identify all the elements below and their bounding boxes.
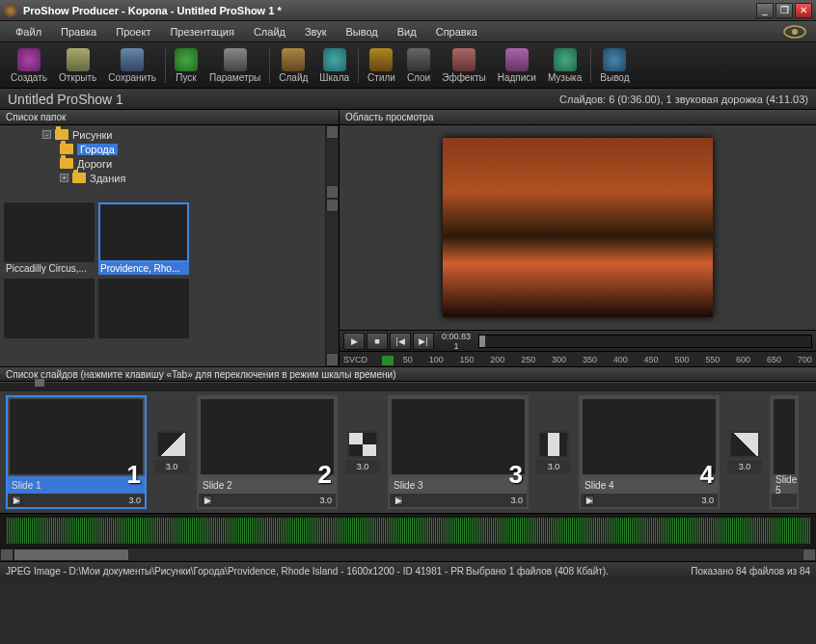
project-summary: Слайдов: 6 (0:36.00), 1 звуковая дорожка… [559,94,808,105]
slide-item[interactable]: 1 Slide 1 ▶3.0 [6,395,147,509]
status-count: Показано 84 файлов из 84 [691,566,810,577]
transition-item[interactable]: 3.0 [532,395,575,509]
slide-item[interactable]: 3 Slide 3 ▶3.0 [388,395,529,509]
menu-help[interactable]: Справка [428,24,485,40]
slide-item[interactable]: Slide 5 [770,395,799,509]
folder-tree: -Рисунки Города Дороги +Здания [0,125,339,199]
menu-presentation[interactable]: Презентация [162,24,241,40]
thumb-item[interactable]: Piccadilly Circus,... [4,202,95,275]
status-selection: Выбрано 1 файлов (408 Кбайт). [466,566,609,577]
audio-track[interactable] [0,513,816,548]
tree-row-cities[interactable]: Города [4,142,321,156]
app-logo-icon [4,4,17,17]
timeline-scrubber[interactable] [478,335,812,348]
status-bar: JPEG Image - D:\Мои документы\Рисунки\Го… [0,561,816,580]
status-fileinfo: JPEG Image - D:\Мои документы\Рисунки\Го… [6,566,464,577]
minimize-button[interactable]: _ [756,3,774,18]
expand-icon[interactable]: + [60,174,68,182]
toolbar-play[interactable]: Пуск [170,46,203,85]
transition-item[interactable]: 3.0 [150,395,193,509]
tree-row-roads[interactable]: Дороги [4,156,321,171]
slide-item[interactable]: 2 Slide 2 ▶3.0 [197,395,338,509]
toolbar-effects[interactable]: Эффекты [437,46,490,85]
next-button[interactable]: ▶| [413,333,434,350]
preview-area [340,125,816,330]
thumb-item[interactable]: Providence, Rho... [98,202,189,275]
preview-eye-icon[interactable] [781,23,808,40]
toolbar-params[interactable]: Параметры [204,46,265,85]
transport-controls: ▶ ■ |◀ ▶| 0:00.831 [340,330,816,351]
toolbar-layers[interactable]: Слои [402,46,435,85]
slide-strip: 1 Slide 1 ▶3.0 3.0 2 Slide 2 ▶3.0 3.0 3 … [0,391,816,513]
play-icon[interactable]: ▶ [394,496,403,505]
project-bar: Untitled ProShow 1 Слайдов: 6 (0:36.00),… [0,89,816,110]
folder-icon [72,173,86,183]
transition-item[interactable]: 3.0 [723,395,766,509]
window-title: ProShow Producer - Kopona - Untitled Pro… [23,5,756,16]
menubar: Файл Правка Проект Презентация Слайд Зву… [0,21,816,42]
horizontal-scrollbar[interactable] [0,548,816,561]
preview-header: Область просмотра [340,110,816,125]
preview-image [443,138,713,317]
waveform [6,518,810,544]
thumb-item[interactable] [98,279,189,340]
menu-view[interactable]: Вид [390,24,424,40]
format-label: SVCD [343,355,382,364]
menu-slide[interactable]: Слайд [246,24,293,40]
project-name: Untitled ProShow 1 [8,92,559,107]
tree-row-buildings[interactable]: +Здания [4,171,321,185]
menu-output[interactable]: Вывод [339,24,386,40]
stop-button[interactable]: ■ [367,333,388,350]
toolbar-captions[interactable]: Надписи [493,46,541,85]
toolbar-slide[interactable]: Слайд [274,46,313,85]
thumbnail-grid: Piccadilly Circus,... Providence, Rho... [0,199,339,366]
folder-icon [60,158,73,169]
play-button[interactable]: ▶ [343,333,365,350]
timecode: 0:00.831 [442,332,471,351]
toolbar-save[interactable]: Сохранить [103,46,161,85]
toolbar-open[interactable]: Открыть [54,46,101,85]
transition-item[interactable]: 3.0 [341,395,384,509]
toolbar-styles[interactable]: Стили [363,46,400,85]
toolbar-create[interactable]: Создать [6,46,52,85]
folder-icon [55,129,68,140]
menu-sound[interactable]: Звук [297,24,335,40]
titlebar: ProShow Producer - Kopona - Untitled Pro… [0,0,816,21]
menu-edit[interactable]: Правка [53,24,104,40]
ruler-marker-icon [382,356,394,365]
toolbar: Создать Открыть Сохранить Пуск Параметры… [0,42,816,89]
thumb-scrollbar[interactable] [325,199,339,366]
play-icon[interactable]: ▶ [203,496,212,505]
menu-project[interactable]: Проект [108,24,158,40]
ruler: SVCD 05010015020025030035040045050055060… [340,351,816,366]
play-icon[interactable]: ▶ [585,496,594,505]
thumb-item[interactable] [4,279,95,340]
folders-header: Список папок [0,110,339,125]
tab-marker[interactable] [0,382,816,391]
play-icon[interactable]: ▶ [12,496,21,505]
folder-icon [60,144,73,154]
slidelist-header: Список слайдов (нажмите клавишу «Tab» дл… [0,366,816,382]
close-button[interactable]: ✕ [795,3,812,18]
slide-item[interactable]: 4 Slide 4 ▶3.0 [579,395,720,509]
toolbar-music[interactable]: Музыка [543,46,586,85]
collapse-icon[interactable]: - [42,130,51,139]
svg-point-1 [792,29,798,35]
toolbar-scale[interactable]: Шкала [314,46,354,85]
tree-row-pictures[interactable]: -Рисунки [4,127,321,142]
maximize-button[interactable]: ❐ [775,3,793,18]
prev-button[interactable]: |◀ [390,333,411,350]
menu-file[interactable]: Файл [8,24,49,40]
toolbar-output[interactable]: Вывод [595,46,634,85]
folder-scrollbar[interactable] [325,125,339,199]
